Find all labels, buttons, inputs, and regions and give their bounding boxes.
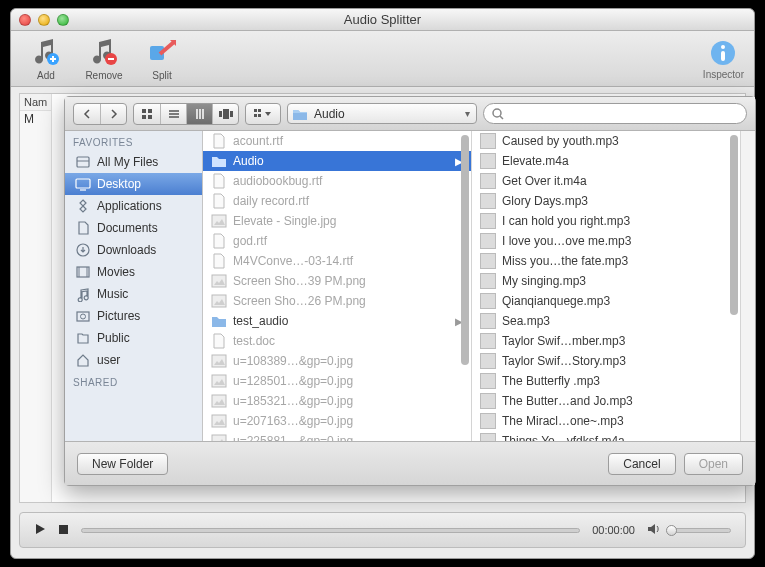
doc-icon [211, 173, 227, 189]
view-icon-mode[interactable] [134, 104, 160, 124]
list-item-label: The Butter…and Jo.mp3 [502, 394, 633, 408]
search-input[interactable] [508, 107, 738, 121]
list-item[interactable]: The Butter…and Jo.mp3 [472, 391, 740, 411]
list-item-label: u=225881…&gp=0.jpg [233, 434, 353, 441]
list-item[interactable]: Glory Days.mp3 [472, 191, 740, 211]
list-item-label: Screen Sho…26 PM.png [233, 294, 366, 308]
list-item[interactable]: I can hold you right.mp3 [472, 211, 740, 231]
scrollbar[interactable] [461, 135, 469, 437]
list-item[interactable]: Miss you…the fate.mp3 [472, 251, 740, 271]
list-item[interactable]: My singing.mp3 [472, 271, 740, 291]
titlebar[interactable]: Audio Splitter [11, 9, 754, 31]
view-coverflow-mode[interactable] [212, 104, 238, 124]
list-item[interactable]: Elevate - Single.jpg [203, 211, 471, 231]
volume-thumb[interactable] [666, 525, 677, 536]
sidebar-item-pictures[interactable]: Pictures [65, 305, 202, 327]
list-item[interactable]: audiobookbug.rtf [203, 171, 471, 191]
back-button[interactable] [74, 104, 100, 124]
sidebar-item-applications[interactable]: Applications [65, 195, 202, 217]
list-item[interactable]: M4VConve…-03-14.rtf [203, 251, 471, 271]
list-item[interactable]: Things Yo…yfdksf.m4a [472, 431, 740, 441]
svg-point-34 [81, 314, 86, 319]
svg-rect-27 [76, 179, 90, 188]
inspector-button[interactable]: Inspector [703, 37, 744, 80]
search-field[interactable] [483, 103, 747, 124]
doc-icon [211, 133, 227, 149]
list-item[interactable]: Taylor Swif…Story.mp3 [472, 351, 740, 371]
list-item-label: Things Yo…yfdksf.m4a [502, 434, 625, 441]
list-item[interactable]: Qianqianquege.mp3 [472, 291, 740, 311]
svg-rect-22 [258, 114, 261, 117]
list-item-label: Audio [233, 154, 264, 168]
play-button[interactable] [34, 523, 46, 537]
view-list-mode[interactable] [160, 104, 186, 124]
list-item[interactable]: The Miracl…one~.mp3 [472, 411, 740, 431]
list-item[interactable]: u=207163…&gp=0.jpg [203, 411, 471, 431]
list-item[interactable]: Screen Sho…26 PM.png [203, 291, 471, 311]
open-button[interactable]: Open [684, 453, 743, 475]
list-item[interactable]: acount.rtf [203, 131, 471, 151]
forward-button[interactable] [100, 104, 126, 124]
list-item[interactable]: Get Over it.m4a [472, 171, 740, 191]
stop-button[interactable] [58, 524, 69, 537]
list-item[interactable]: Sea.mp3 [472, 311, 740, 331]
seek-slider[interactable] [81, 528, 580, 533]
volume-slider[interactable] [667, 528, 731, 533]
list-item-label: M4VConve…-03-14.rtf [233, 254, 353, 268]
sidebar-item-label: Applications [97, 199, 162, 213]
scrollbar[interactable] [730, 135, 738, 437]
list-item[interactable]: M [20, 111, 51, 127]
list-item[interactable]: u=225881…&gp=0.jpg [203, 431, 471, 441]
path-selector[interactable]: Audio ▾ [287, 103, 477, 124]
cancel-button[interactable]: Cancel [608, 453, 675, 475]
info-icon [707, 37, 739, 69]
list-item[interactable]: god.rtf [203, 231, 471, 251]
sidebar-item-documents[interactable]: Documents [65, 217, 202, 239]
sidebar-item-music[interactable]: Music [65, 283, 202, 305]
audio-thumb-icon [480, 393, 496, 409]
img-icon [211, 393, 227, 409]
list-item-label: Qianqianquege.mp3 [502, 294, 610, 308]
list-item[interactable]: I love you…ove me.mp3 [472, 231, 740, 251]
sidebar-item-desktop[interactable]: Desktop [65, 173, 202, 195]
svg-rect-19 [254, 109, 257, 112]
list-item[interactable]: The Butterfly .mp3 [472, 371, 740, 391]
new-folder-button[interactable]: New Folder [77, 453, 168, 475]
arrange-menu[interactable] [245, 103, 281, 125]
sidebar-item-public[interactable]: Public [65, 327, 202, 349]
svg-rect-38 [212, 355, 226, 367]
list-item-label: Miss you…the fate.mp3 [502, 254, 628, 268]
sidebar-item-home[interactable]: user [65, 349, 202, 371]
list-item[interactable]: Audio▶ [203, 151, 471, 171]
view-column-mode[interactable] [186, 104, 212, 124]
sidebar-item-label: Movies [97, 265, 135, 279]
sidebar-item-downloads[interactable]: Downloads [65, 239, 202, 261]
list-item[interactable]: u=108389…&gp=0.jpg [203, 351, 471, 371]
list-item[interactable]: daily record.rtf [203, 191, 471, 211]
column-1: acount.rtfAudio▶audiobookbug.rtfdaily re… [203, 131, 472, 441]
add-button[interactable]: Add [21, 36, 71, 81]
svg-rect-20 [258, 109, 261, 112]
split-button[interactable]: Split [137, 36, 187, 81]
img-icon [211, 273, 227, 289]
player-bar: 00:00:00 [19, 512, 746, 548]
list-item[interactable]: Taylor Swif…mber.mp3 [472, 331, 740, 351]
list-item[interactable]: Elevate.m4a [472, 151, 740, 171]
img-icon [211, 433, 227, 441]
sidebar-item-all-my-files[interactable]: All My Files [65, 151, 202, 173]
scrollbar-thumb[interactable] [461, 135, 469, 365]
list-item[interactable]: u=128501…&gp=0.jpg [203, 371, 471, 391]
list-item-label: test.doc [233, 334, 275, 348]
audio-thumb-icon [480, 273, 496, 289]
view-mode-selector [133, 103, 239, 125]
scrollbar-thumb[interactable] [730, 135, 738, 315]
list-item[interactable]: test.doc [203, 331, 471, 351]
list-item[interactable]: Caused by youth.mp3 [472, 131, 740, 151]
list-item[interactable]: Screen Sho…39 PM.png [203, 271, 471, 291]
name-column-header[interactable]: Nam [20, 94, 51, 111]
remove-button[interactable]: Remove [79, 36, 129, 81]
list-item[interactable]: u=185321…&gp=0.jpg [203, 391, 471, 411]
applications-icon [75, 198, 91, 214]
sidebar-item-movies[interactable]: Movies [65, 261, 202, 283]
list-item[interactable]: test_audio▶ [203, 311, 471, 331]
